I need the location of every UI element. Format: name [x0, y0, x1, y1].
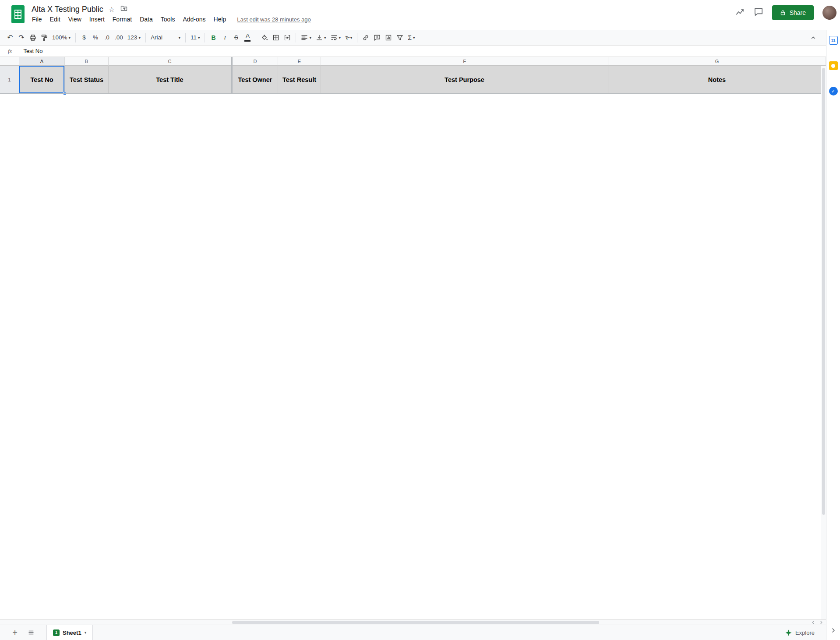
menu-edit[interactable]: Edit	[46, 14, 64, 25]
tasks-icon[interactable]: ✓	[829, 87, 838, 95]
explore-button[interactable]: Explore	[780, 627, 820, 638]
column-header-D[interactable]: D	[233, 57, 278, 66]
google-sheets-app: Alta X Testing Public ☆ FileEditViewInse…	[0, 0, 840, 640]
borders-button[interactable]	[270, 32, 282, 44]
cell-E1[interactable]: Test Result	[278, 66, 321, 94]
share-button[interactable]: Share	[772, 5, 814, 20]
table-header-row: 1Test NoTest StatusTest TitleTest OwnerT…	[0, 66, 826, 94]
menu-data[interactable]: Data	[136, 14, 157, 25]
workspace-side-panel: 31 ✓	[826, 30, 840, 640]
menu-addons[interactable]: Add-ons	[179, 14, 209, 25]
horizontal-scrollbar[interactable]	[0, 619, 826, 625]
lock-icon	[780, 10, 786, 16]
redo-button[interactable]: ↷	[16, 32, 27, 44]
frozen-row-divider[interactable]	[0, 93, 826, 94]
explore-icon	[785, 629, 792, 636]
font-size-select[interactable]: 11▾	[188, 32, 202, 44]
column-headers: ABCDEFG	[0, 57, 826, 66]
more-formats-button[interactable]: 123▾	[125, 32, 143, 44]
all-sheets-button[interactable]	[25, 626, 37, 639]
insert-comment-button[interactable]	[371, 32, 383, 44]
menu-help[interactable]: Help	[210, 14, 230, 25]
comment-history-icon[interactable]	[754, 7, 763, 18]
cell-F1[interactable]: Test Purpose	[321, 66, 608, 94]
selection-border	[19, 66, 64, 93]
zoom-select[interactable]: 100%▾	[50, 32, 73, 44]
keep-icon[interactable]	[829, 61, 838, 70]
horizontal-scrollbar-thumb[interactable]	[232, 621, 599, 624]
horizontal-align-button[interactable]: ▾	[299, 32, 314, 44]
sheets-logo-grid	[14, 10, 21, 19]
cell-G1[interactable]: Notes	[608, 66, 826, 94]
cell-D1[interactable]: Test Owner	[233, 66, 278, 94]
row-header-1[interactable]: 1	[0, 66, 19, 94]
undo-button[interactable]: ↶	[4, 32, 16, 44]
tab-sheet1[interactable]: 1 Sheet1 ▾	[46, 625, 93, 640]
hide-toolbar-button[interactable]	[808, 32, 819, 44]
select-all-corner[interactable]	[0, 57, 19, 66]
fx-icon: fx	[8, 48, 12, 55]
avatar[interactable]	[822, 6, 836, 20]
sheet-tab-label: Sheet1	[63, 629, 81, 636]
share-label: Share	[790, 9, 806, 16]
column-header-E[interactable]: E	[278, 57, 321, 66]
column-header-C[interactable]: C	[109, 57, 231, 66]
menu-tools[interactable]: Tools	[157, 14, 179, 25]
scroll-left-icon[interactable]	[811, 620, 815, 625]
menu-view[interactable]: View	[64, 14, 85, 25]
scroll-right-icon[interactable]	[819, 620, 823, 625]
italic-button[interactable]: I	[219, 32, 230, 44]
format-currency-button[interactable]: $	[78, 32, 90, 44]
cell-A1[interactable]: Test No	[19, 66, 65, 94]
decrease-decimals-button[interactable]: .0	[101, 32, 113, 44]
side-panel-expand-icon[interactable]	[830, 627, 837, 636]
text-color-button[interactable]: A	[242, 32, 253, 44]
vertical-scrollbar-thumb[interactable]	[822, 68, 825, 515]
last-edit-link[interactable]: Last edit was 28 minutes ago	[237, 16, 311, 23]
column-header-B[interactable]: B	[65, 57, 109, 66]
sheet-badge: 1	[53, 629, 60, 636]
document-title[interactable]: Alta X Testing Public	[32, 5, 103, 14]
formula-input[interactable]: Test No	[23, 48, 42, 54]
vertical-align-button[interactable]: ▾	[314, 32, 328, 44]
filter-button[interactable]	[394, 32, 406, 44]
formula-bar[interactable]: fx Test No	[0, 46, 826, 57]
cell-C1[interactable]: Test Title	[109, 66, 231, 94]
move-folder-icon[interactable]	[120, 5, 128, 14]
calendar-icon[interactable]: 31	[829, 36, 838, 45]
cell-B1[interactable]: Test Status	[65, 66, 109, 94]
activity-dashboard-icon[interactable]	[735, 7, 745, 18]
bold-button[interactable]: B	[208, 32, 219, 44]
star-icon[interactable]: ☆	[109, 5, 115, 14]
top-bar: Alta X Testing Public ☆ FileEditViewInse…	[0, 0, 840, 30]
fill-color-button[interactable]	[259, 32, 270, 44]
increase-decimals-button[interactable]: .00	[113, 32, 125, 44]
sheets-logo-icon[interactable]	[11, 5, 25, 23]
vertical-scrollbar[interactable]	[821, 66, 826, 619]
menu-bar: FileEditViewInsertFormatDataToolsAdd-ons…	[28, 14, 311, 25]
menu-file[interactable]: File	[28, 14, 46, 25]
column-header-G[interactable]: G	[608, 57, 826, 66]
functions-button[interactable]: Σ▾	[406, 32, 417, 44]
text-wrap-button[interactable]: ▾	[328, 32, 343, 44]
column-header-A[interactable]: A	[19, 57, 65, 66]
text-rotation-button[interactable]: A▾	[343, 32, 354, 44]
strikethrough-button[interactable]: S	[230, 32, 242, 44]
menu-insert[interactable]: Insert	[85, 14, 109, 25]
sheet-tab-menu-icon[interactable]: ▾	[85, 630, 87, 635]
sheet-tab-bar: + 1 Sheet1 ▾ Explore	[0, 625, 826, 640]
insert-link-button[interactable]	[360, 32, 371, 44]
merge-cells-button[interactable]	[282, 32, 293, 44]
menu-format[interactable]: Format	[109, 14, 136, 25]
column-header-F[interactable]: F	[321, 57, 608, 66]
format-percent-button[interactable]: %	[90, 32, 101, 44]
font-select[interactable]: Arial▾	[148, 32, 183, 44]
spreadsheet-grid: ABCDEFG 1Test NoTest StatusTest TitleTes…	[0, 57, 826, 619]
paint-format-button[interactable]	[39, 32, 50, 44]
explore-label: Explore	[795, 629, 815, 636]
add-sheet-button[interactable]: +	[9, 628, 21, 638]
print-button[interactable]	[27, 32, 39, 44]
insert-chart-button[interactable]	[383, 32, 394, 44]
toolbar: ↶ ↷ 100%▾ $ % .0 .00 123▾ Arial▾ 11▾	[0, 30, 826, 46]
